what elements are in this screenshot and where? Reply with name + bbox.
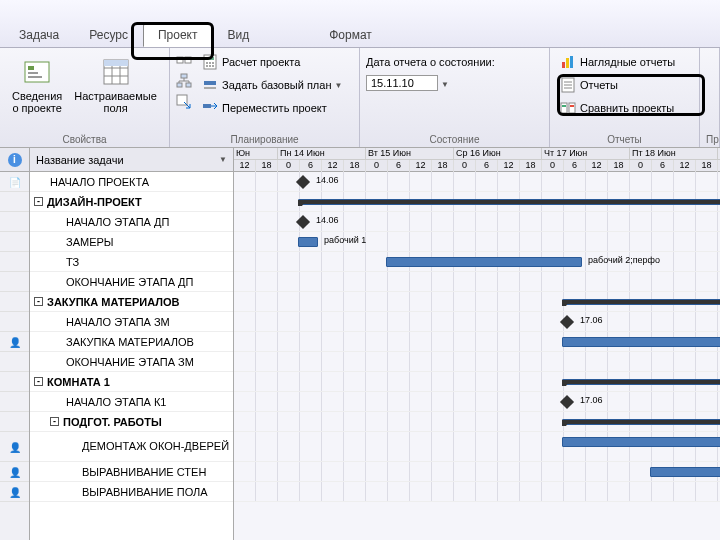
task-name-label: ОКОНЧАНИЕ ЭТАПА ЗМ xyxy=(66,356,194,368)
tab-format[interactable]: Формат xyxy=(314,23,387,47)
tab-task[interactable]: Задача xyxy=(4,23,74,47)
group-label-state: Состояние xyxy=(366,132,543,145)
gantt-bar-label: 17.06 xyxy=(580,395,603,405)
task-row[interactable]: НАЧАЛО ПРОЕКТА xyxy=(30,172,233,192)
task-row[interactable]: ЗАКУПКА МАТЕРИАЛОВ xyxy=(30,332,233,352)
calc-project-button[interactable]: Расчет проекта xyxy=(198,52,346,72)
task-row[interactable]: НАЧАЛО ЭТАПА ДП xyxy=(30,212,233,232)
outline-toggle[interactable]: - xyxy=(34,197,43,206)
svg-rect-9 xyxy=(104,60,128,66)
gantt-task-bar[interactable] xyxy=(650,467,720,477)
ribbon-tabs: Задача Ресурс Проект Вид Формат xyxy=(0,0,720,48)
svg-point-22 xyxy=(206,62,208,64)
custom-fields-button[interactable]: Настраиваемые поля xyxy=(68,52,163,118)
svg-rect-28 xyxy=(204,81,216,85)
gantt-task-bar[interactable] xyxy=(562,437,720,447)
chevron-down-icon[interactable]: ▼ xyxy=(219,155,227,164)
svg-rect-31 xyxy=(562,62,565,68)
svg-point-24 xyxy=(212,62,214,64)
gantt-summary-bar[interactable] xyxy=(562,419,720,425)
report-icon xyxy=(560,77,576,93)
arrow-icon[interactable] xyxy=(176,94,192,112)
tab-resource[interactable]: Ресурс xyxy=(74,23,143,47)
task-row[interactable]: ВЫРАВНИВАНИЕ ПОЛА xyxy=(30,482,233,502)
svg-rect-13 xyxy=(177,83,182,87)
gantt-task-bar[interactable] xyxy=(386,257,582,267)
outline-toggle[interactable]: - xyxy=(50,417,59,426)
report-date-input[interactable] xyxy=(366,75,438,91)
svg-rect-14 xyxy=(186,83,191,87)
task-row[interactable]: ВЫРАВНИВАНИЕ СТЕН xyxy=(30,462,233,482)
resource-indicator-icon xyxy=(9,336,21,348)
gantt-row[interactable] xyxy=(234,482,720,502)
svg-rect-10 xyxy=(177,57,183,63)
task-name-label: НАЧАЛО ЭТАПА ЗМ xyxy=(66,316,170,328)
gantt-chart[interactable]: ЮнПн 14 ИюнВт 15 ИюнСр 16 ИюнЧт 17 ИюнПт… xyxy=(234,148,720,540)
custom-fields-label: Настраиваемые поля xyxy=(74,90,157,114)
task-name-label: ЗАКУПКА МАТЕРИАЛОВ xyxy=(47,296,179,308)
links-icon[interactable] xyxy=(176,52,192,70)
task-name-label: ОКОНЧАНИЕ ЭТАПА ДП xyxy=(66,276,193,288)
report-date-label: Дата отчета о состоянии: xyxy=(366,56,495,68)
svg-rect-3 xyxy=(28,76,42,78)
ribbon-group-check: Пра xyxy=(700,48,720,147)
project-info-button[interactable]: Сведения о проекте xyxy=(6,52,68,118)
gantt-task-bar[interactable] xyxy=(298,237,318,247)
tab-view[interactable]: Вид xyxy=(213,23,265,47)
task-row[interactable]: -КОМНАТА 1 xyxy=(30,372,233,392)
task-row[interactable]: ЗАМЕРЫ xyxy=(30,232,233,252)
gantt-row[interactable] xyxy=(234,312,720,332)
baseline-icon xyxy=(202,77,218,93)
compare-projects-button[interactable]: Сравнить проекты xyxy=(556,98,679,118)
resource-indicator-icon xyxy=(9,441,21,453)
svg-rect-33 xyxy=(570,56,573,68)
task-row[interactable]: ОКОНЧАНИЕ ЭТАПА ДП xyxy=(30,272,233,292)
group-label-check: Пра xyxy=(706,132,713,145)
outline-toggle[interactable]: - xyxy=(34,377,43,386)
task-name-header[interactable]: Название задачи ▼ xyxy=(30,148,233,172)
gantt-task-bar[interactable] xyxy=(562,337,720,347)
task-row[interactable]: ДЕМОНТАЖ ОКОН-ДВЕРЕЙ xyxy=(30,432,233,462)
svg-rect-2 xyxy=(28,72,38,74)
svg-rect-1 xyxy=(28,66,34,70)
svg-rect-12 xyxy=(181,74,187,78)
set-baseline-button[interactable]: Задать базовый план▼ xyxy=(198,75,346,95)
task-row[interactable]: ТЗ xyxy=(30,252,233,272)
resource-indicator-icon xyxy=(9,486,21,498)
gantt-body[interactable]: 14.0614.06рабочий 1рабочий 2;перфо17.061… xyxy=(234,172,720,502)
chevron-down-icon: ▼ xyxy=(334,81,342,90)
task-row[interactable]: НАЧАЛО ЭТАПА К1 xyxy=(30,392,233,412)
gantt-row[interactable] xyxy=(234,462,720,482)
reports-button[interactable]: Отчеты xyxy=(556,75,679,95)
gantt-row[interactable] xyxy=(234,272,720,292)
project-info-label: Сведения о проекте xyxy=(12,90,62,114)
task-row[interactable]: НАЧАЛО ЭТАПА ЗМ xyxy=(30,312,233,332)
move-project-button[interactable]: Переместить проект xyxy=(198,98,346,118)
gantt-bar-label: 14.06 xyxy=(316,215,339,225)
gantt-summary-bar[interactable] xyxy=(298,199,720,205)
gantt-summary-bar[interactable] xyxy=(562,299,720,305)
task-row[interactable]: -ПОДГОТ. РАБОТЫ xyxy=(30,412,233,432)
move-project-icon xyxy=(202,100,218,116)
svg-rect-39 xyxy=(569,103,575,113)
task-row[interactable]: -ДИЗАЙН-ПРОЕКТ xyxy=(30,192,233,212)
svg-point-26 xyxy=(209,65,211,67)
tab-project[interactable]: Проект xyxy=(143,23,213,47)
task-row[interactable]: -ЗАКУПКА МАТЕРИАЛОВ xyxy=(30,292,233,312)
gantt-summary-bar[interactable] xyxy=(562,379,720,385)
visual-reports-button[interactable]: Наглядные отчеты xyxy=(556,52,679,72)
indicators-column: i xyxy=(0,148,30,540)
gantt-row[interactable] xyxy=(234,352,720,372)
svg-rect-41 xyxy=(570,105,574,107)
group-label-planning: Планирование xyxy=(176,132,353,145)
outline-toggle[interactable]: - xyxy=(34,297,43,306)
task-row[interactable]: ОКОНЧАНИЕ ЭТАПА ЗМ xyxy=(30,352,233,372)
main-area: i Название задачи ▼ НАЧАЛО ПРОЕКТА-ДИЗАЙ… xyxy=(0,148,720,540)
task-name-label: ТЗ xyxy=(66,256,79,268)
gantt-row[interactable] xyxy=(234,392,720,412)
chevron-down-icon[interactable]: ▼ xyxy=(441,80,449,89)
wbs-icon[interactable] xyxy=(176,73,192,91)
calculator-icon xyxy=(202,54,218,70)
compare-icon xyxy=(560,100,576,116)
gantt-bar-label: 17.06 xyxy=(580,315,603,325)
